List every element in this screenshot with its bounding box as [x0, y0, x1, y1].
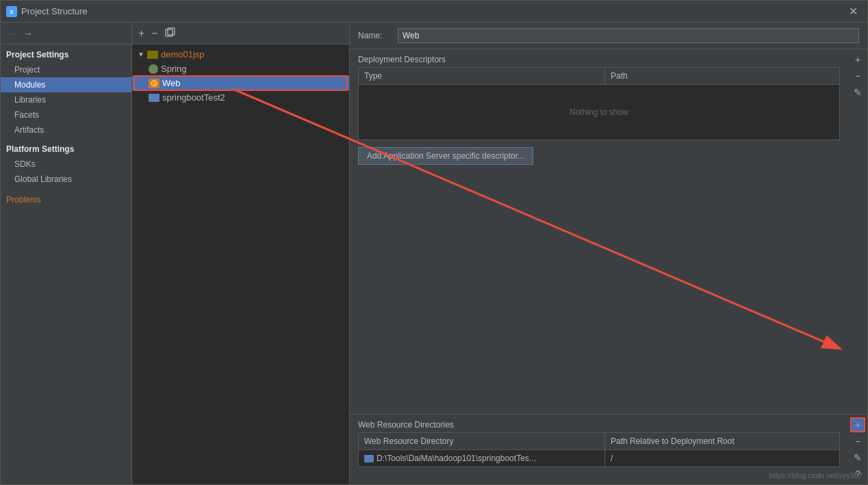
tree-root-item[interactable]: ▼ demo01jsp [132, 47, 349, 62]
tree-panel: + − ▼ demo01jsp [132, 23, 350, 484]
deployment-section: Deployment Descriptors Type Path Nothing… [350, 49, 867, 172]
tree-item-springboot-label: springbootTest2 [162, 92, 225, 103]
resource-dir-value: D:\Tools\DaiMa\hadoop101\springbootTes..… [376, 454, 536, 463]
tree-item-web[interactable]: Web [132, 76, 349, 90]
resource-folder-icon [364, 455, 374, 462]
project-settings-header: Project Settings [1, 44, 131, 62]
app-icon: S [6, 6, 17, 17]
tree-item-spring[interactable]: Spring [132, 62, 349, 76]
add-module-button[interactable]: + [136, 27, 146, 40]
nav-buttons: ← → [1, 23, 131, 44]
add-descriptor-button[interactable]: Add Application Server specific descript… [358, 147, 533, 165]
resource-dir-cell: D:\Tools\DaiMa\hadoop101\springbootTes..… [359, 450, 605, 467]
resource-table-header: Web Resource Directory Path Relative to … [359, 433, 839, 450]
resource-edit-button[interactable]: ✎ [850, 450, 865, 465]
watermark: https://blog.csdn.net/syy367 [769, 471, 863, 480]
svg-text:S: S [10, 9, 14, 15]
web-resource-title: Web Resource Directories [350, 415, 848, 432]
name-input[interactable] [398, 28, 859, 43]
back-button[interactable]: ← [5, 27, 18, 40]
tree-root-label: demo01jsp [161, 49, 205, 60]
deployment-title: Deployment Descriptors [350, 49, 848, 67]
deployment-add-button[interactable]: + [850, 52, 865, 67]
sidebar-item-global-libraries[interactable]: Global Libraries [1, 172, 131, 187]
resource-table-row[interactable]: D:\Tools\DaiMa\hadoop101\springbootTes..… [359, 450, 839, 467]
sidebar-item-project[interactable]: Project [1, 62, 131, 77]
name-row: Name: [350, 23, 867, 49]
resource-add-button[interactable]: + [850, 417, 865, 432]
resource-remove-button[interactable]: − [850, 434, 865, 449]
empty-message: Nothing to show [570, 107, 628, 117]
sidebar-item-facets[interactable]: Facets [1, 107, 131, 122]
root-folder-icon [147, 51, 158, 59]
path-column-header: Path [605, 68, 839, 84]
window-title: Project Structure [21, 6, 845, 16]
tree-expand-icon: ▼ [138, 51, 144, 58]
tree-item-springboot[interactable]: springbootTest2 [132, 90, 349, 105]
spacer [350, 172, 867, 414]
copy-module-button[interactable] [163, 27, 178, 40]
deployment-edit-button[interactable]: ✎ [850, 85, 865, 100]
sidebar-item-problems[interactable]: Problems [1, 192, 131, 207]
deployment-remove-button[interactable]: − [850, 68, 865, 83]
sidebar-item-modules[interactable]: Modules [1, 77, 131, 92]
remove-module-button[interactable]: − [149, 27, 159, 40]
spring-icon [149, 64, 158, 74]
forward-button[interactable]: → [21, 27, 35, 40]
web-icon [149, 79, 159, 88]
tree-content: ▼ demo01jsp Spring [132, 44, 349, 484]
type-column-header: Type [359, 68, 605, 84]
resource-table: Web Resource Directory Path Relative to … [358, 432, 840, 467]
deployment-table-header: Type Path [359, 68, 839, 85]
right-panel: Name: Deployment Descriptors Type Path [350, 23, 867, 484]
name-label: Name: [358, 31, 392, 40]
sidebar-item-libraries[interactable]: Libraries [1, 92, 131, 107]
title-bar: S Project Structure ✕ [1, 1, 867, 23]
platform-settings-header: Platform Settings [1, 137, 131, 157]
sidebar-item-artifacts[interactable]: Artifacts [1, 122, 131, 137]
module-folder-icon [149, 94, 159, 102]
resource-path-cell: / [605, 450, 839, 467]
deployment-table-body: Nothing to show [359, 85, 839, 140]
deployment-main: Deployment Descriptors Type Path Nothing… [350, 49, 848, 172]
close-button[interactable]: ✕ [845, 3, 862, 19]
sidebar: ← → Project Settings Project Modules Lib… [1, 23, 132, 484]
sidebar-item-sdks[interactable]: SDKs [1, 157, 131, 172]
tree-item-web-label: Web [162, 78, 181, 88]
deployment-side-buttons: + − ✎ [848, 49, 867, 172]
dir-column-header: Web Resource Directory [359, 433, 605, 449]
tree-item-spring-label: Spring [161, 64, 187, 74]
deployment-table: Type Path Nothing to show [358, 67, 840, 140]
rel-path-column-header: Path Relative to Deployment Root [605, 433, 839, 449]
tree-toolbar: + − [132, 23, 349, 44]
